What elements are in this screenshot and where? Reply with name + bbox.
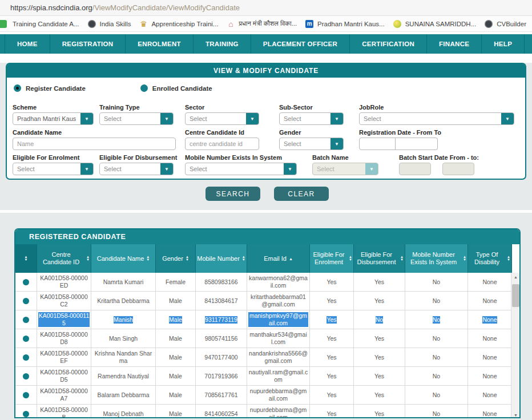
chevron-down-icon: ▼ xyxy=(284,163,296,175)
training-type-select[interactable]: Select ▼ xyxy=(99,112,174,125)
cell-candidate-name: Kritartha Debbarma xyxy=(91,292,156,310)
row-radio-icon[interactable] xyxy=(23,279,29,285)
cell-mobile-number-exists-in-system: No xyxy=(405,292,468,310)
column-label: Centre Candidate ID xyxy=(38,251,84,266)
cell-centre-candidate-id: KA001D58-00000C2 xyxy=(37,292,91,310)
scroll-thumb[interactable] xyxy=(512,284,519,307)
sector-select[interactable]: Select ▼ xyxy=(185,112,259,125)
radio-button-icon[interactable] xyxy=(140,84,148,92)
cell-text: kritarthadebbarma01@gmail.com xyxy=(248,293,308,308)
clear-button[interactable]: CLEAR xyxy=(274,187,329,201)
row-radio-icon[interactable] xyxy=(23,373,29,379)
search-button[interactable]: SEARCH xyxy=(205,187,260,201)
nav-item-placement-officer[interactable]: PLACEMENT OFFICER xyxy=(251,34,350,54)
radio-register-candidate[interactable]: Register Candidate xyxy=(14,84,86,92)
row-radio-icon[interactable] xyxy=(23,317,29,323)
column-label: Type Of Disability xyxy=(469,251,505,266)
table-row[interactable]: KA001D58-00000C2Kritartha DebbarmaMale84… xyxy=(15,292,519,310)
cell-email-id: nandankrishna5566@gmail.com xyxy=(247,348,310,366)
column-header-centre-candidate-id[interactable]: Centre Candidate ID▲▼ xyxy=(37,244,91,273)
nav-item-finance[interactable]: FINANCE xyxy=(427,34,482,54)
cell-text: manthakur534@gmail.com xyxy=(248,331,308,346)
table-row[interactable]: KA001D58-00000D5Ramendra NautiyalMale701… xyxy=(15,367,519,386)
table-row[interactable]: KA001D58-00000D8Man SinghMale9805741156m… xyxy=(15,329,519,348)
column-header-gender[interactable]: Gender▲▼ xyxy=(156,244,196,273)
sub-sector-label: Sub-Sector xyxy=(279,104,344,111)
registered-candidate-panel: REGISTERED CANDIDATE ▲▼Centre Candidate … xyxy=(14,228,521,418)
bookmark-item[interactable]: SUNAINA SAMRIDDH... xyxy=(393,19,477,29)
nav-item-registration[interactable]: REGISTRATION xyxy=(50,34,126,54)
nav-item-help[interactable]: HELP xyxy=(482,34,525,54)
nav-item-enrolment[interactable]: ENROLMENT xyxy=(126,34,194,54)
bookmark-item[interactable]: Training Candidate A... xyxy=(0,19,79,29)
column-header-eligible-for-enrolment[interactable]: Eligible For Enrolment▲▼ xyxy=(310,244,354,273)
sub-sector-select[interactable]: Select ▼ xyxy=(279,112,344,125)
row-radio-icon[interactable] xyxy=(23,336,29,342)
table-row[interactable]: KA001D58-00000A7Balaram DebbarmaMale7085… xyxy=(15,386,519,405)
radio-button-icon[interactable] xyxy=(14,84,21,92)
registration-date-to-input[interactable] xyxy=(396,138,438,150)
radio-enrolled-candidate[interactable]: Enrolled Candidate xyxy=(140,84,212,92)
url-bar[interactable]: https://spia.nsdcindia.org/ViewModifyCan… xyxy=(0,0,532,16)
cell-candidate-name: Manoj Debnath xyxy=(91,405,156,418)
centre-candidate-id-input[interactable] xyxy=(185,138,259,150)
row-radio-icon[interactable] xyxy=(23,392,29,398)
cell-text: Ramendra Nautiyal xyxy=(98,373,149,380)
registration-date-from-input[interactable] xyxy=(359,138,396,150)
cell-text: Yes xyxy=(374,297,384,305)
cell-type-of-disability: None xyxy=(468,367,512,385)
green-square-icon xyxy=(0,20,7,28)
column-header-mobile-number[interactable]: Mobile Number▲▼ xyxy=(196,244,247,273)
table-row[interactable]: KA001D58-0000115ManishMale9311773119mani… xyxy=(15,310,519,329)
bookmark-item[interactable]: India Skills xyxy=(87,19,131,29)
table-row[interactable]: KA001D58-00000EFKrishna Nandan SharmaMal… xyxy=(15,348,519,367)
cell-eligible-for-enrolment: Yes xyxy=(310,386,354,404)
centre-candidate-id-label: Centre Candidate Id xyxy=(185,129,259,136)
bookmark-item[interactable]: ♛Apprenticeship Traini... xyxy=(139,19,218,29)
jobrole-select[interactable]: Select ▼ xyxy=(359,112,514,125)
table-row[interactable]: KA001D58-00000BManoj DebnathMale84140602… xyxy=(15,405,519,418)
bookmark-item[interactable]: CVBuilder xyxy=(484,19,526,29)
row-radio-icon[interactable] xyxy=(23,411,29,417)
bookmark-item[interactable]: ⌂प्रधान मंत्री कौशल विका... xyxy=(226,19,297,29)
cell-text: Yes xyxy=(374,335,384,342)
column-header-type-of-disability[interactable]: Type Of Disability▲▼ xyxy=(468,244,512,273)
mobile-number-exists-select[interactable]: Select ▼ xyxy=(185,163,297,175)
table-row[interactable]: KA001D58-00000EDNamrta KumariFemale85809… xyxy=(15,273,519,292)
batch-start-date-from-input xyxy=(399,163,431,175)
column-header-email-id[interactable]: Email Id▲ xyxy=(247,244,310,273)
table-body: KA001D58-00000EDNamrta KumariFemale85809… xyxy=(15,273,519,418)
eligible-for-enrolment-select[interactable]: Select ▼ xyxy=(13,163,94,175)
nav-item-certification[interactable]: CERTIFICATION xyxy=(350,34,427,54)
cell-text: No xyxy=(433,316,440,324)
column-header-mobile-number-exists-in-system[interactable]: Mobile Number Exists In System▲▼ xyxy=(405,244,468,273)
column-header-select[interactable]: ▲▼ xyxy=(15,244,37,273)
cell-text: Male xyxy=(169,297,182,305)
cell-email-id: kritarthadebbarma01@gmail.com xyxy=(247,292,310,310)
column-header-eligible-for-disbursement[interactable]: Eligible For Disbursement▲▼ xyxy=(354,244,405,273)
bookmark-item[interactable]: mPradhan Mantri Kaus... xyxy=(305,19,385,29)
scheme-select[interactable]: Pradhan Mantri Kaus ▼ xyxy=(13,112,94,125)
cell-mobile-number: 7017919366 xyxy=(196,367,247,385)
column-label: Candidate Name xyxy=(97,255,144,262)
cell-eligible-for-enrolment: Yes xyxy=(310,273,354,291)
column-label: Email Id xyxy=(264,255,287,262)
chevron-down-icon: ▼ xyxy=(331,112,343,125)
scroll-down-button[interactable]: ▼ xyxy=(511,411,520,418)
nav-item-training[interactable]: TRAINING xyxy=(194,34,251,54)
cell-gender: Male xyxy=(156,405,196,418)
nav-item-home[interactable]: HOME xyxy=(5,34,50,54)
column-header-candidate-name[interactable]: Candidate Name▲▼ xyxy=(91,244,156,273)
gender-select[interactable]: Select ▼ xyxy=(279,138,344,150)
cell-text: Yes xyxy=(374,373,384,380)
row-radio-icon[interactable] xyxy=(23,298,29,304)
row-radio-icon[interactable] xyxy=(23,354,29,361)
eligible-for-disbursement-select[interactable]: Select ▼ xyxy=(99,163,174,175)
table-scrollbar[interactable]: ▲ ▼ xyxy=(511,273,519,418)
scroll-up-button[interactable]: ▲ xyxy=(511,273,520,281)
candidate-name-input[interactable] xyxy=(13,138,176,150)
cell-text: Male xyxy=(169,335,182,342)
cell-text: 8413084617 xyxy=(204,297,237,305)
main-nav: HOMEREGISTRATIONENROLMENTTRAININGPLACEME… xyxy=(0,34,532,54)
chevron-down-icon: ▼ xyxy=(501,112,514,125)
